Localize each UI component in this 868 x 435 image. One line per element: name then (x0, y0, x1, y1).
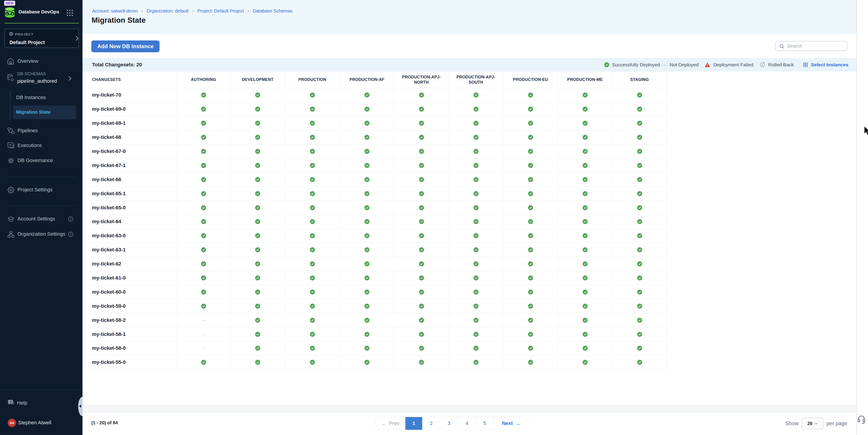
svg-text:?: ? (10, 400, 11, 403)
